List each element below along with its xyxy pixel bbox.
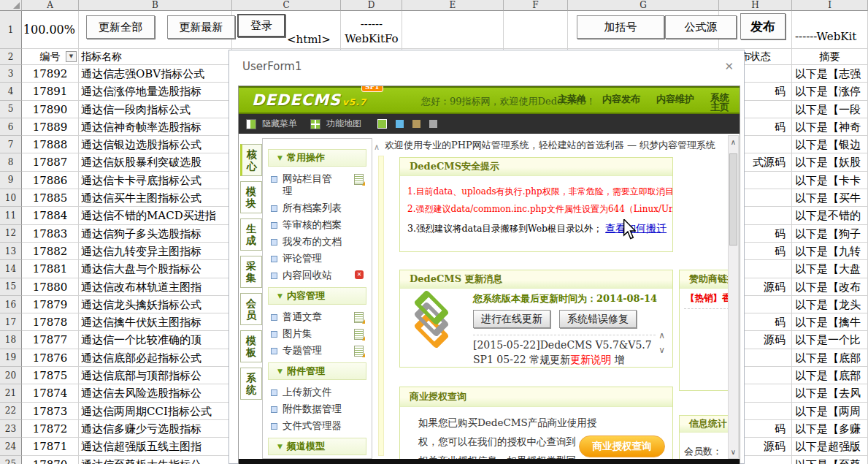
license-query-button[interactable]: 商业授权查询 [579,436,665,457]
theme-swatch-gray[interactable] [429,120,437,128]
sidebar-tab[interactable]: 模块 [240,181,262,213]
id-cell[interactable]: 17877 [22,331,79,349]
name-cell[interactable]: 通达信改布林轨道主图指 [79,278,232,296]
summary-cell[interactable]: 以下是【神奇 [792,118,868,136]
name-cell[interactable]: 通达信一个比较准确的顶 [79,331,232,349]
name-cell[interactable]: 通达信妖股暴利突破选股 [79,153,232,171]
name-cell[interactable]: 通达信九转变异主图指标 [79,243,232,260]
col-header-g[interactable]: G [568,0,719,11]
summary-cell[interactable]: 以下是【龙头 [792,296,868,313]
id-cell[interactable]: 17887 [22,153,79,171]
row-number[interactable]: 3 [0,65,22,83]
id-cell[interactable]: 17884 [22,207,79,224]
filter-dropdown-icon[interactable]: ▼ [66,51,77,62]
menu-item[interactable]: 图片集 [268,327,366,340]
id-cell[interactable]: 17889 [22,118,79,136]
row-number[interactable]: 24 [0,438,22,455]
row-number[interactable]: 22 [0,403,22,420]
update-all-button[interactable]: 更新全部 [86,15,155,39]
sidebar-tab[interactable]: 系统 [240,368,262,400]
sidebar-tab[interactable]: 核心 [240,144,262,176]
row-number[interactable]: 13 [0,243,22,260]
sidebar-tab[interactable]: 模板 [240,330,262,362]
row-number[interactable]: 23 [0,420,22,438]
summary-cell[interactable]: 以下是【擒牛 [792,313,868,331]
menu-section-header[interactable]: ▼ 附件管理 [268,362,366,380]
error-fix-button[interactable]: 系统错误修复 [559,310,637,328]
menu-item[interactable]: 普通文章 [268,311,366,323]
name-cell[interactable]: 通达信狗子多头选股指标 [79,225,232,243]
col-header-c[interactable]: C [232,0,341,11]
row-number[interactable]: 5 [0,101,22,118]
summary-cell[interactable]: 以下是超强版 [792,438,868,455]
id-cell[interactable]: 17873 [22,403,79,420]
sponsor-hot-link[interactable]: 【热销】香 [685,292,729,305]
id-cell[interactable]: 17882 [22,243,79,260]
name-cell[interactable]: 通达信买牛主图指标公式 [79,189,232,207]
select-all-corner[interactable] [0,0,22,11]
name-cell[interactable]: 通达信超强版五线主图指 [79,438,232,455]
dialog-titlebar[interactable]: UserForm1 ✕ [229,50,744,83]
name-cell[interactable]: 通达信底部必起指标公式 [79,349,232,367]
summary-cell[interactable]: 以下是【两周 [792,403,868,420]
id-cell[interactable]: 17874 [22,384,79,402]
news-line-1[interactable]: [2015-05-22]DedeCMS V5.7&V5.7 [473,339,652,351]
row-number[interactable]: 10 [0,189,22,207]
news-scroll-down-icon[interactable]: ∨ [658,345,665,355]
col-header-i[interactable]: I [792,0,868,11]
summary-cell[interactable]: 以下是【卡卡 [792,172,868,189]
news-line-2[interactable]: SP1 05-22 常规更新更新说明 增 [473,354,625,367]
summary-cell[interactable]: 以下是【一段 [792,101,868,118]
sidebar-tab[interactable]: 生成 [240,218,262,251]
summary-cell[interactable]: 以下是【大盘 [792,260,868,278]
row-number[interactable]: 9 [0,172,22,189]
col-header-d[interactable]: D [341,0,402,11]
name-cell[interactable]: 通达信擒牛伏妖主图指标 [79,313,232,331]
nav-item[interactable]: 内容发布 [602,93,640,112]
hide-menu-button[interactable]: 隐藏菜单 [262,118,297,130]
id-cell[interactable]: 17886 [22,172,79,189]
function-map-button[interactable]: 功能地图 [326,118,361,130]
nav-item[interactable]: 内容维护 [656,93,694,112]
name-cell[interactable]: 通达信涨停地量选股指标 [79,83,232,100]
id-cell[interactable]: 17883 [22,225,79,243]
cell-f1[interactable] [504,11,568,49]
id-cell[interactable]: 17892 [22,65,79,83]
col-header-e[interactable]: E [402,0,504,11]
row-number[interactable]: 2 [0,49,22,65]
summary-cell[interactable]: 以下是【至尊 [792,456,868,464]
id-column-header[interactable]: 编号 ▼ [22,49,79,65]
id-cell[interactable]: 17880 [22,278,79,296]
menu-section-header[interactable]: ▼ 频道模型 [268,438,366,455]
name-cell[interactable]: 通达信不错的MACD买进指 [79,207,232,224]
name-column-header[interactable]: 指标名称 [79,49,232,65]
row-number[interactable]: 25 [0,456,22,464]
id-cell[interactable]: 17888 [22,136,79,153]
col-header-b[interactable]: B [79,0,232,11]
id-cell[interactable]: 17890 [22,101,79,118]
menu-item[interactable]: 评论管理 [268,252,366,265]
id-cell[interactable]: 17879 [22,296,79,313]
id-cell[interactable]: 17881 [22,260,79,278]
name-cell[interactable]: 通达信底部与顶部指标公 [79,367,232,384]
menu-item[interactable]: 我发布的文档 [268,235,366,248]
theme-swatch-green[interactable] [377,119,387,129]
name-cell[interactable]: 通达信去风险选股指标公 [79,384,232,402]
collapse-panel-icon[interactable]: ∧ [374,142,380,152]
summary-cell[interactable]: 以下是【改布 [792,278,868,296]
row-number[interactable]: 8 [0,153,22,171]
login-button[interactable]: 登录 [237,14,285,37]
row-number[interactable]: 20 [0,367,22,384]
nav-item[interactable]: 系统主页 [710,93,738,112]
summary-cell[interactable]: 以下是【买牛 [792,189,868,207]
row-number[interactable]: 7 [0,136,22,153]
add-brackets-button[interactable]: 加括号 [577,15,664,39]
scroll-up-icon[interactable]: ∧ [729,138,738,146]
formula-source-button[interactable]: 公式源 [665,15,737,39]
menu-item[interactable]: 内容回收站 [268,269,366,281]
summary-cell[interactable]: 以下是【去风 [792,384,868,402]
summary-cell[interactable]: 以下是一个比 [792,331,868,349]
menu-section-header[interactable]: ▼ 内容管理 [268,287,366,305]
col-header-h[interactable]: H [719,0,792,11]
scroll-down-icon[interactable]: ∨ [729,448,738,456]
